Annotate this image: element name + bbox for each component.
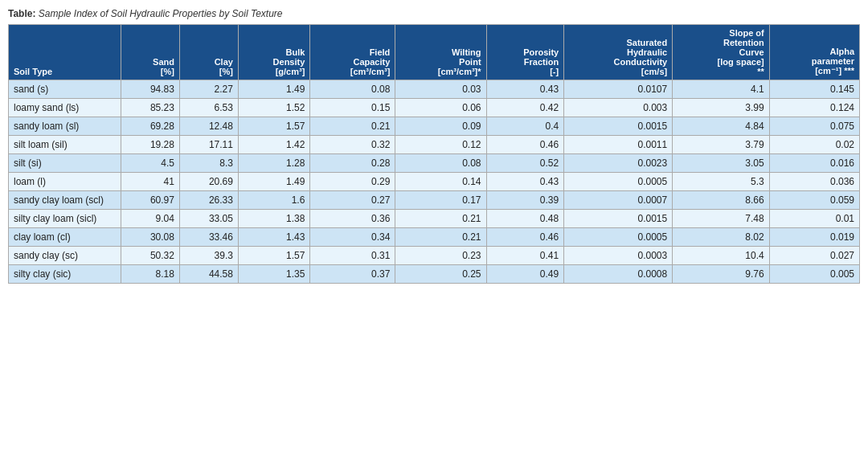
cell-sand: 69.28	[121, 117, 180, 136]
cell-sand: 85.23	[121, 99, 180, 117]
header-slope-retention: Slope ofRetentionCurve[log space]**	[673, 25, 770, 80]
cell-field_capacity: 0.15	[310, 99, 395, 117]
cell-soil_type: silt loam (sil)	[9, 136, 121, 154]
header-sand: Sand[%]	[121, 25, 180, 80]
cell-alpha: 0.124	[769, 99, 859, 117]
cell-slope_retention: 10.4	[673, 247, 770, 265]
cell-alpha: 0.027	[769, 247, 859, 265]
table-row: sandy clay loam (scl)60.9726.331.60.270.…	[9, 191, 860, 210]
cell-bulk_density: 1.42	[238, 136, 309, 154]
cell-soil_type: silty clay (sic)	[9, 265, 121, 284]
cell-wilting_point: 0.08	[395, 154, 486, 173]
cell-clay: 20.69	[179, 173, 238, 191]
cell-slope_retention: 3.79	[673, 136, 770, 154]
cell-porosity_fraction: 0.46	[486, 136, 564, 154]
cell-field_capacity: 0.31	[310, 247, 395, 265]
cell-sat_hyd_cond: 0.0008	[564, 265, 673, 284]
cell-soil_type: sand (s)	[9, 80, 121, 99]
cell-wilting_point: 0.21	[395, 228, 486, 247]
cell-slope_retention: 3.05	[673, 154, 770, 173]
header-sat-hyd-cond: SaturatedHydraulicConductivity[cm/s]	[564, 25, 673, 80]
header-field-capacity: FieldCapacity[cm³/cm³]	[310, 25, 395, 80]
cell-bulk_density: 1.43	[238, 228, 309, 247]
cell-porosity_fraction: 0.48	[486, 210, 564, 228]
table-row: silty clay loam (sicl)9.0433.051.380.360…	[9, 210, 860, 228]
cell-clay: 33.46	[179, 228, 238, 247]
cell-bulk_density: 1.49	[238, 173, 309, 191]
cell-field_capacity: 0.28	[310, 154, 395, 173]
cell-sat_hyd_cond: 0.0003	[564, 247, 673, 265]
cell-soil_type: clay loam (cl)	[9, 228, 121, 247]
cell-field_capacity: 0.37	[310, 265, 395, 284]
cell-sand: 41	[121, 173, 180, 191]
caption-italic: Sample Index of Soil Hydraulic Propertie…	[35, 8, 282, 19]
cell-soil_type: sandy clay (sc)	[9, 247, 121, 265]
cell-porosity_fraction: 0.4	[486, 117, 564, 136]
cell-clay: 2.27	[179, 80, 238, 99]
cell-sand: 30.08	[121, 228, 180, 247]
cell-clay: 39.3	[179, 247, 238, 265]
cell-porosity_fraction: 0.49	[486, 265, 564, 284]
header-soil-type: Soil Type	[9, 25, 121, 80]
cell-bulk_density: 1.6	[238, 191, 309, 210]
cell-field_capacity: 0.27	[310, 191, 395, 210]
cell-alpha: 0.075	[769, 117, 859, 136]
table-row: silt loam (sil)19.2817.111.420.320.120.4…	[9, 136, 860, 154]
cell-wilting_point: 0.12	[395, 136, 486, 154]
cell-slope_retention: 9.76	[673, 265, 770, 284]
cell-sat_hyd_cond: 0.0007	[564, 191, 673, 210]
cell-sat_hyd_cond: 0.0015	[564, 210, 673, 228]
cell-porosity_fraction: 0.41	[486, 247, 564, 265]
table-caption: Table: Sample Index of Soil Hydraulic Pr…	[8, 8, 860, 19]
cell-alpha: 0.016	[769, 154, 859, 173]
cell-soil_type: sandy loam (sl)	[9, 117, 121, 136]
cell-sat_hyd_cond: 0.0015	[564, 117, 673, 136]
cell-sat_hyd_cond: 0.0005	[564, 173, 673, 191]
cell-bulk_density: 1.28	[238, 154, 309, 173]
caption-bold: Table:	[8, 8, 35, 19]
table-row: clay loam (cl)30.0833.461.430.340.210.46…	[9, 228, 860, 247]
cell-sat_hyd_cond: 0.0011	[564, 136, 673, 154]
cell-porosity_fraction: 0.46	[486, 228, 564, 247]
cell-bulk_density: 1.35	[238, 265, 309, 284]
cell-field_capacity: 0.36	[310, 210, 395, 228]
cell-sat_hyd_cond: 0.0107	[564, 80, 673, 99]
table-row: silt (si)4.58.31.280.280.080.520.00233.0…	[9, 154, 860, 173]
header-porosity-fraction: PorosityFraction[-]	[486, 25, 564, 80]
table-row: loamy sand (ls)85.236.531.520.150.060.42…	[9, 99, 860, 117]
cell-porosity_fraction: 0.42	[486, 99, 564, 117]
soil-properties-table: Soil Type Sand[%] Clay[%] BulkDensity[g/…	[8, 24, 860, 284]
cell-sat_hyd_cond: 0.003	[564, 99, 673, 117]
cell-wilting_point: 0.14	[395, 173, 486, 191]
cell-wilting_point: 0.25	[395, 265, 486, 284]
cell-field_capacity: 0.32	[310, 136, 395, 154]
cell-slope_retention: 8.02	[673, 228, 770, 247]
cell-soil_type: sandy clay loam (scl)	[9, 191, 121, 210]
cell-sand: 19.28	[121, 136, 180, 154]
cell-clay: 33.05	[179, 210, 238, 228]
cell-alpha: 0.145	[769, 80, 859, 99]
cell-bulk_density: 1.52	[238, 99, 309, 117]
header-wilting-point: WiltingPoint[cm³/cm³]*	[395, 25, 486, 80]
cell-clay: 17.11	[179, 136, 238, 154]
table-row: silty clay (sic)8.1844.581.350.370.250.4…	[9, 265, 860, 284]
cell-field_capacity: 0.29	[310, 173, 395, 191]
cell-sand: 60.97	[121, 191, 180, 210]
cell-clay: 44.58	[179, 265, 238, 284]
cell-wilting_point: 0.03	[395, 80, 486, 99]
cell-slope_retention: 7.48	[673, 210, 770, 228]
cell-slope_retention: 5.3	[673, 173, 770, 191]
cell-wilting_point: 0.17	[395, 191, 486, 210]
cell-field_capacity: 0.08	[310, 80, 395, 99]
cell-bulk_density: 1.49	[238, 80, 309, 99]
table-row: loam (l)4120.691.490.290.140.430.00055.3…	[9, 173, 860, 191]
header-bulk-density: BulkDensity[g/cm³]	[238, 25, 309, 80]
cell-alpha: 0.02	[769, 136, 859, 154]
cell-sand: 8.18	[121, 265, 180, 284]
cell-slope_retention: 8.66	[673, 191, 770, 210]
table-row: sandy clay (sc)50.3239.31.570.310.230.41…	[9, 247, 860, 265]
cell-porosity_fraction: 0.52	[486, 154, 564, 173]
cell-clay: 6.53	[179, 99, 238, 117]
header-clay: Clay[%]	[179, 25, 238, 80]
cell-sand: 4.5	[121, 154, 180, 173]
